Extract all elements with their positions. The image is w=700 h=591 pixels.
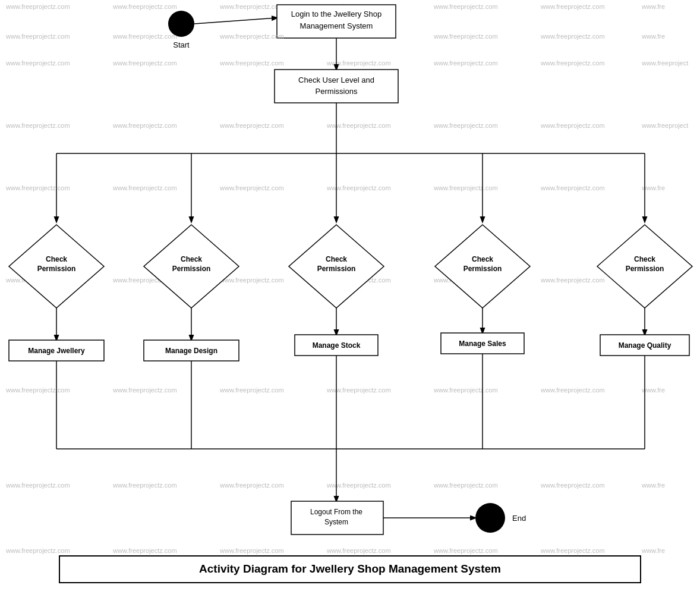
- svg-text:www.fre: www.fre: [641, 3, 665, 10]
- svg-text:www.freeprojectz.com: www.freeprojectz.com: [5, 122, 70, 129]
- diagram-title: Activity Diagram for Jwellery Shop Manag…: [199, 562, 501, 575]
- check-perm4-text1: Check: [472, 255, 493, 263]
- check-perm5-text2: Permission: [626, 265, 664, 273]
- svg-text:www.freeprojectz.com: www.freeprojectz.com: [219, 386, 284, 394]
- svg-text:www.freeprojectz.com: www.freeprojectz.com: [5, 59, 70, 67]
- svg-text:www.fre: www.fre: [641, 547, 665, 554]
- svg-text:www.freeprojectz.com: www.freeprojectz.com: [540, 386, 605, 394]
- svg-text:www.freeprojectz.com: www.freeprojectz.com: [433, 547, 498, 554]
- svg-text:www.freeprojectz.com: www.freeprojectz.com: [433, 482, 498, 489]
- svg-text:www.freeprojectz.com: www.freeprojectz.com: [219, 122, 284, 129]
- svg-text:www.freeprojectz.com: www.freeprojectz.com: [112, 59, 177, 67]
- logout-text2: System: [324, 518, 348, 526]
- svg-text:www.freeprojectz.com: www.freeprojectz.com: [112, 386, 177, 394]
- svg-text:www.freeprojectz.com: www.freeprojectz.com: [112, 3, 177, 10]
- svg-text:www.freeprojectz.com: www.freeprojectz.com: [326, 547, 391, 554]
- svg-text:www.freeprojectz.com: www.freeprojectz.com: [5, 184, 70, 191]
- manage-stock-text: Manage Stock: [313, 341, 361, 350]
- svg-text:www.fre: www.fre: [641, 33, 665, 40]
- svg-text:www.freeprojectz.com: www.freeprojectz.com: [5, 386, 70, 394]
- svg-text:www.freeprojectz.com: www.freeprojectz.com: [219, 33, 284, 40]
- login-text: Login to the Jwellery Shop: [291, 10, 381, 18]
- logout-text1: Logout From the: [310, 508, 362, 516]
- check-perm1-text1: Check: [46, 255, 67, 263]
- check-perm2-text2: Permission: [172, 265, 211, 273]
- svg-text:www.freeproject: www.freeproject: [641, 122, 688, 129]
- check-perm1-text2: Permission: [37, 265, 76, 273]
- svg-text:www.freeprojectz.com: www.freeprojectz.com: [540, 184, 605, 191]
- svg-text:www.freeprojectz.com: www.freeprojectz.com: [433, 386, 498, 394]
- svg-text:www.freeprojectz.com: www.freeprojectz.com: [219, 276, 284, 284]
- svg-text:www.freeprojectz.com: www.freeprojectz.com: [433, 59, 498, 67]
- svg-text:www.freeprojectz.com: www.freeprojectz.com: [433, 122, 498, 129]
- svg-text:www.freeprojectz.com: www.freeprojectz.com: [540, 547, 605, 554]
- check-perm3-text1: Check: [326, 255, 347, 263]
- login-text2: Management System: [300, 21, 373, 30]
- svg-text:www.freeprojectz.com: www.freeprojectz.com: [112, 33, 177, 40]
- svg-text:www.freeprojectz.com: www.freeprojectz.com: [112, 482, 177, 489]
- svg-text:www.freeprojectz.com: www.freeprojectz.com: [540, 33, 605, 40]
- svg-text:www.fre: www.fre: [641, 482, 665, 489]
- svg-text:www.freeprojectz.com: www.freeprojectz.com: [540, 122, 605, 129]
- svg-text:www.freeprojectz.com: www.freeprojectz.com: [433, 33, 498, 40]
- svg-text:www.freeprojectz.com: www.freeprojectz.com: [219, 3, 284, 10]
- svg-text:www.freeprojectz.com: www.freeprojectz.com: [112, 122, 177, 129]
- svg-text:www.freeproject: www.freeproject: [641, 59, 688, 67]
- end-circle: [475, 503, 505, 533]
- svg-text:www.freeprojectz.com: www.freeprojectz.com: [112, 547, 177, 554]
- svg-text:www.freeprojectz.com: www.freeprojectz.com: [219, 547, 284, 554]
- start-label: Start: [173, 40, 190, 49]
- svg-text:www.freeprojectz.com: www.freeprojectz.com: [5, 3, 70, 10]
- manage-quality-text: Manage Quality: [619, 341, 671, 350]
- svg-text:www.freeprojectz.com: www.freeprojectz.com: [219, 482, 284, 489]
- check-user-text2: Permissions: [316, 87, 358, 96]
- svg-text:www.freeprojectz.com: www.freeprojectz.com: [112, 184, 177, 191]
- check-perm3-text2: Permission: [317, 265, 356, 273]
- manage-design-text: Manage Design: [165, 347, 217, 355]
- end-label: End: [512, 514, 526, 523]
- svg-text:www.freeprojectz.com: www.freeprojectz.com: [5, 33, 70, 40]
- svg-text:www.freeprojectz.com: www.freeprojectz.com: [540, 482, 605, 489]
- svg-text:www.freeprojectz.com: www.freeprojectz.com: [540, 3, 605, 10]
- check-perm5-text1: Check: [634, 255, 655, 263]
- svg-text:www.freeprojectz.com: www.freeprojectz.com: [5, 482, 70, 489]
- svg-text:www.freeprojectz.com: www.freeprojectz.com: [5, 547, 70, 554]
- svg-text:www.freeprojectz.com: www.freeprojectz.com: [540, 59, 605, 67]
- check-user-box: [275, 70, 398, 103]
- check-perm2-text1: Check: [181, 255, 202, 263]
- check-user-text1: Check User Level and: [298, 76, 374, 84]
- diagram-container: www.freeprojectz.com www.freeprojectz.co…: [0, 0, 700, 591]
- svg-text:www.freeprojectz.com: www.freeprojectz.com: [433, 184, 498, 191]
- manage-jwellery-text: Manage Jwellery: [28, 347, 85, 355]
- check-perm4-text2: Permission: [463, 265, 502, 273]
- svg-text:www.freeprojectz.com: www.freeprojectz.com: [219, 184, 284, 191]
- svg-text:www.freeprojectz.com: www.freeprojectz.com: [540, 276, 605, 284]
- svg-text:www.freeprojectz.com: www.freeprojectz.com: [433, 3, 498, 10]
- manage-sales-text: Manage Sales: [459, 339, 506, 348]
- svg-text:www.freeprojectz.com: www.freeprojectz.com: [219, 59, 284, 67]
